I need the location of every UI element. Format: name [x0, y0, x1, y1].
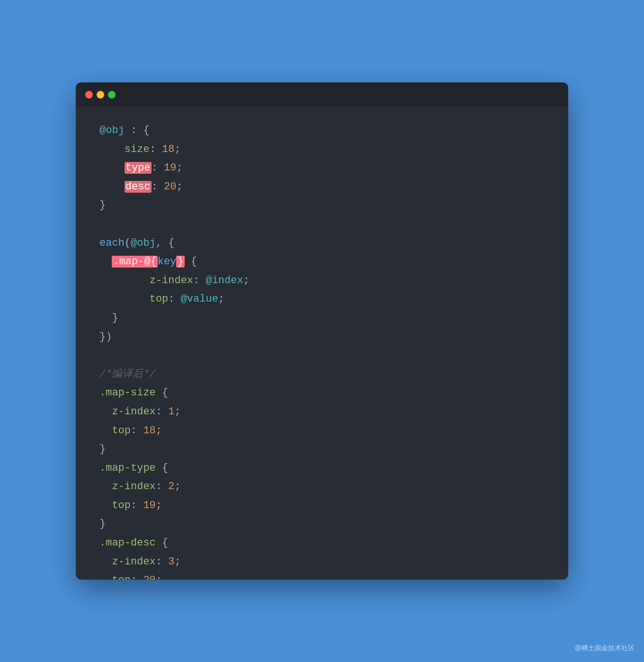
- minimize-button[interactable]: [97, 91, 104, 98]
- maximize-button[interactable]: [108, 91, 116, 98]
- code-each-close: }): [99, 331, 112, 343]
- code-editor: @obj : { size: 18; type: 19; desc: 20; }…: [76, 107, 568, 580]
- code-punct: : {: [125, 125, 150, 136]
- code-line-obj-def: @obj: [99, 125, 125, 136]
- code-map-selector-highlight: .map-@{: [112, 256, 157, 268]
- code-mt-zindex-val: 2: [168, 481, 174, 492]
- code-ms-zindex-prop: z-index: [112, 406, 155, 418]
- code-val-19: 19: [164, 162, 176, 174]
- code-md-zindex-prop: z-index: [112, 556, 155, 568]
- code-comment: /*编译后*/: [99, 368, 156, 380]
- code-window: @obj : { size: 18; type: 19; desc: 20; }…: [76, 82, 568, 580]
- code-val-20: 20: [164, 181, 176, 193]
- code-ms-zindex-val: 1: [168, 406, 174, 418]
- code-prop-zindex: z-index: [150, 275, 193, 286]
- code-val-18: 18: [162, 143, 174, 155]
- code-md-top-val: 20: [143, 574, 155, 580]
- code-md-zindex-val: 3: [168, 556, 174, 568]
- code-mt-close: }: [99, 518, 106, 530]
- code-key-type-highlight: type: [125, 162, 152, 174]
- code-mt-zindex-prop: z-index: [112, 481, 155, 492]
- code-prop-top: top: [150, 293, 169, 305]
- code-inner-close: }: [112, 312, 118, 324]
- code-block: @obj : { size: 18; type: 19; desc: 20; }…: [99, 121, 545, 580]
- code-close-brace: }: [99, 199, 106, 211]
- code-ms-top-prop: top: [112, 425, 131, 437]
- titlebar: [76, 82, 568, 107]
- close-button[interactable]: [85, 91, 93, 98]
- watermark: @稀土掘金技术社区: [575, 644, 635, 653]
- code-md-top-prop: top: [112, 574, 131, 580]
- code-key-size: size: [125, 143, 150, 155]
- code-key-desc-highlight: desc: [125, 181, 152, 193]
- code-key-var: key: [158, 256, 177, 268]
- code-ms-top-val: 18: [143, 425, 155, 437]
- code-mt-top-prop: top: [112, 500, 131, 511]
- code-map-size-selector: .map-size: [99, 387, 156, 399]
- code-mt-top-val: 19: [143, 500, 155, 511]
- code-map-desc-selector: .map-desc: [99, 537, 156, 549]
- code-ms-close: }: [99, 443, 106, 455]
- code-each-fn: each: [99, 237, 125, 249]
- code-map-type-selector: .map-type: [99, 462, 156, 474]
